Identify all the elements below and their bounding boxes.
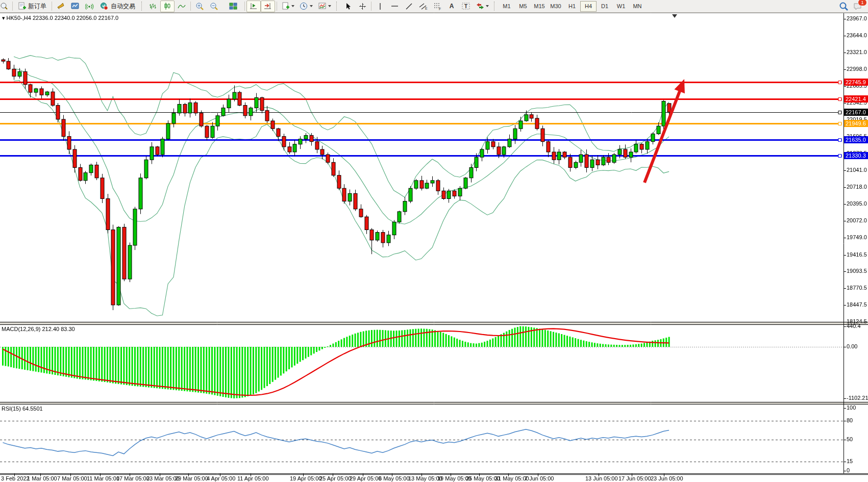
price-axis-tick: 20718.0 <box>847 184 867 190</box>
macd-axis-tick: -1102.21 <box>847 395 868 401</box>
price-axis-tick: 23967.0 <box>847 15 867 21</box>
price-axis-tick: 22998.0 <box>847 66 867 72</box>
price-axis-tick: 20395.0 <box>847 200 867 207</box>
time-axis-label: 4 Apr 05:00 <box>207 475 235 481</box>
rsi-axis-tick: 80 <box>847 417 853 423</box>
collapse-arrow-icon[interactable]: ▾ <box>2 15 5 21</box>
price-axis-tick: 19416.5 <box>847 251 867 258</box>
rsi-axis-tick: 100 <box>847 404 856 411</box>
rsi-axis-tick: 50 <box>847 436 853 442</box>
time-axis-label: 11 Apr 05:00 <box>237 475 269 481</box>
price-axis-tick: 18770.5 <box>847 285 867 291</box>
time-axis-label: 29 Apr 05:00 <box>350 475 381 481</box>
time-axis-label: 6 May 05:00 <box>379 475 410 481</box>
rsi-axis-tick: 15 <box>847 458 853 464</box>
time-axis-label: 29 Mar 05:00 <box>175 475 208 481</box>
time-axis-label: 11 Mar 05:00 <box>87 475 119 481</box>
time-axis-label: 7 Jun 05:00 <box>525 475 554 481</box>
price-axis-tick: 21041.0 <box>847 167 867 173</box>
time-axis-label: 19 Apr 05:00 <box>290 475 321 481</box>
price-level-tag: 21949.6 <box>844 120 868 127</box>
time-axis-label: 23 Jun 05:00 <box>651 475 683 481</box>
chart-header: ▾ HK50-,H4 22336.0 22340.0 22056.0 22167… <box>2 15 118 21</box>
symbol-period: HK50-,H4 <box>7 15 31 21</box>
price-axis-tick: 19093.5 <box>847 268 867 274</box>
time-axis-label: 3 Feb 2022 <box>1 475 30 481</box>
price-axis-tick: 18447.5 <box>847 301 867 308</box>
time-axis-label: 25 Apr 05:00 <box>319 475 351 481</box>
trading-app-window: 新订单 自动交易 <box>0 0 868 482</box>
rsi-indicator-label: RSI(15) 64.5501 <box>2 405 43 412</box>
header-ohlc: 22336.0 22340.0 22056.0 22167.0 <box>33 15 118 21</box>
price-level-tag: 21330.3 <box>844 152 868 159</box>
macd-axis-tick: 0.00 <box>847 343 857 349</box>
price-axis-tick: 19749.0 <box>847 234 867 240</box>
time-axis-label: 7 Mar 05:00 <box>57 475 87 481</box>
rsi-axis-tick: 0 <box>847 467 850 473</box>
price-level-tag: 21635.0 <box>844 136 868 143</box>
time-axis-label: 13 Jun 05:00 <box>585 475 618 481</box>
time-axis-label: 1 Mar 05:00 <box>27 475 57 481</box>
price-axis-tick: 23321.0 <box>847 49 867 55</box>
price-level-tag: 22745.9 <box>844 79 868 86</box>
price-level-tag: 22421.4 <box>844 95 868 103</box>
price-level-tag: 22167.0 <box>844 109 868 116</box>
price-axis-tick: 23644.0 <box>847 32 867 38</box>
time-axis-label: 17 Jun 05:00 <box>618 475 651 481</box>
macd-indicator-label: MACD(12,26,9) 212.40 83.30 <box>2 326 75 332</box>
time-axis-label: 31 May 05:00 <box>495 475 529 481</box>
macd-axis-tick: 440.4 <box>847 323 861 329</box>
chart-canvas[interactable] <box>0 0 868 482</box>
price-axis-tick: 20072.0 <box>847 217 867 223</box>
time-axis-label: 17 Mar 05:00 <box>116 475 150 481</box>
